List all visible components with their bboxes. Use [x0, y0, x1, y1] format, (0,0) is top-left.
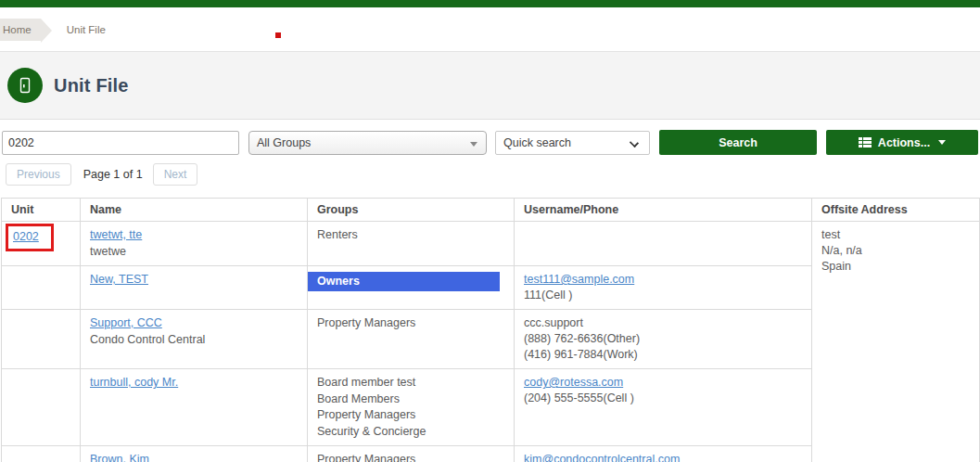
table-grid-icon — [859, 137, 872, 148]
search-toolbar: All Groups Quick search Search Actions..… — [0, 120, 980, 163]
column-header-unit[interactable]: Unit — [2, 199, 81, 222]
group-label: Board Members — [317, 391, 504, 408]
username-phone-cell — [515, 222, 812, 266]
unit-cell: 0202 — [2, 222, 81, 266]
name-cell: New, TEST — [81, 266, 308, 310]
column-header-name[interactable]: Name — [81, 199, 308, 222]
unit-cell — [2, 369, 81, 446]
group-label: Property Managers — [317, 407, 504, 424]
offsite-address-line: Spain — [821, 259, 970, 275]
breadcrumb-home-label: Home — [3, 24, 32, 35]
phone-text: 111(Cell ) — [524, 288, 802, 303]
resident-name-link[interactable]: New, TEST — [90, 273, 148, 286]
offsite-address-cell: testN/a, n/aSpain — [812, 222, 980, 462]
group-filter-select[interactable]: All Groups — [248, 131, 487, 155]
actions-button[interactable]: Actions... — [826, 130, 978, 155]
phone-text: (416) 961-7884(Work) — [524, 347, 802, 363]
groups-cell: Owners — [308, 266, 515, 310]
group-label: Board member test — [317, 375, 504, 391]
door-icon — [7, 68, 43, 103]
actions-button-label: Actions... — [878, 136, 930, 149]
page-title: Unit File — [54, 75, 129, 96]
email-link[interactable]: test111@sample.com — [524, 273, 634, 286]
page-status: Page 1 of 1 — [83, 168, 143, 181]
name-cell: Brown, Kim — [81, 446, 308, 462]
quick-search-select[interactable]: Quick search — [495, 131, 650, 155]
column-header-offsite-address[interactable]: Offsite Address — [812, 199, 980, 222]
page-header: Unit File — [0, 51, 980, 120]
group-label: Renters — [317, 227, 504, 244]
breadcrumb: Home Unit File — [0, 7, 980, 51]
groups-cell: Property Managers — [308, 310, 515, 369]
resident-name-link[interactable]: twetwt, tte — [90, 228, 142, 241]
email-link[interactable]: kim@condocontrolcentral.com — [524, 453, 680, 462]
resident-name-link[interactable]: Brown, Kim — [90, 453, 149, 462]
groups-cell: Property Managers — [308, 446, 515, 462]
name-cell: Support, CCCCondo Control Central — [81, 310, 308, 369]
unit-cell — [2, 266, 81, 310]
quick-search-value: Quick search — [503, 136, 571, 149]
group-label: Property Managers — [317, 452, 504, 462]
group-filter-value: All Groups — [257, 136, 311, 149]
chevron-down-icon — [630, 137, 639, 147]
username-phone-cell: ccc.support(888) 762-6636(Other)(416) 96… — [515, 310, 812, 369]
username-phone-cell: cody@rotessa.com(204) 555-5555(Cell ) — [515, 369, 812, 446]
chevron-down-icon — [938, 140, 946, 145]
previous-button[interactable]: Previous — [6, 163, 71, 186]
resident-name-link[interactable]: Support, CCC — [90, 316, 162, 329]
resident-name-sub: Condo Control Central — [90, 331, 298, 348]
search-button[interactable]: Search — [659, 130, 817, 155]
pagination-top: Previous Page 1 of 1 Next — [0, 163, 980, 186]
unit-file-page: Home Unit File Unit File All Groups Quic… — [0, 0, 980, 462]
groups-cell: Renters — [308, 222, 515, 266]
unit-link[interactable]: 0202 — [13, 230, 39, 243]
phone-text: ccc.support — [524, 315, 802, 331]
name-cell: turnbull, cody Mr. — [81, 369, 308, 446]
column-header-groups[interactable]: Groups — [308, 199, 515, 222]
chevron-down-icon — [470, 142, 477, 147]
annotation-red-box: 0202 — [6, 224, 54, 251]
resident-name-link[interactable]: turnbull, cody Mr. — [90, 376, 178, 389]
email-link[interactable]: cody@rotessa.com — [524, 376, 623, 389]
username-phone-cell: kim@condocontrolcentral.com(123) 456-789… — [515, 446, 812, 462]
phone-text: (204) 555-5555(Cell ) — [524, 391, 802, 406]
table-row: 0202twetwt, ttetwetweRenterstestN/a, n/a… — [2, 222, 980, 266]
resident-name-sub: twetwe — [90, 243, 298, 260]
top-green-bar — [0, 0, 980, 7]
unit-cell — [2, 446, 81, 462]
offsite-address-line: test — [821, 227, 970, 243]
keyword-input[interactable] — [2, 131, 239, 155]
table-header-row: Unit Name Groups Username/Phone Offsite … — [2, 199, 980, 222]
annotation-red-dot — [275, 32, 281, 38]
group-label: Property Managers — [317, 315, 504, 332]
breadcrumb-current: Unit File — [67, 24, 106, 35]
group-label-highlighted: Owners — [308, 272, 500, 291]
phone-text: (888) 762-6636(Other) — [524, 331, 802, 347]
next-button[interactable]: Next — [153, 163, 198, 186]
offsite-address-line: N/a, n/a — [821, 243, 970, 259]
username-phone-cell: test111@sample.com111(Cell ) — [515, 266, 812, 310]
column-header-username-phone[interactable]: Username/Phone — [515, 199, 812, 222]
unit-cell — [2, 310, 81, 369]
group-label: Security & Concierge — [317, 424, 504, 441]
name-cell: twetwt, ttetwetwe — [81, 222, 308, 266]
unit-table: Unit Name Groups Username/Phone Offsite … — [1, 198, 980, 462]
breadcrumb-home[interactable]: Home — [0, 19, 41, 41]
groups-cell: Board member testBoard MembersProperty M… — [308, 369, 515, 446]
